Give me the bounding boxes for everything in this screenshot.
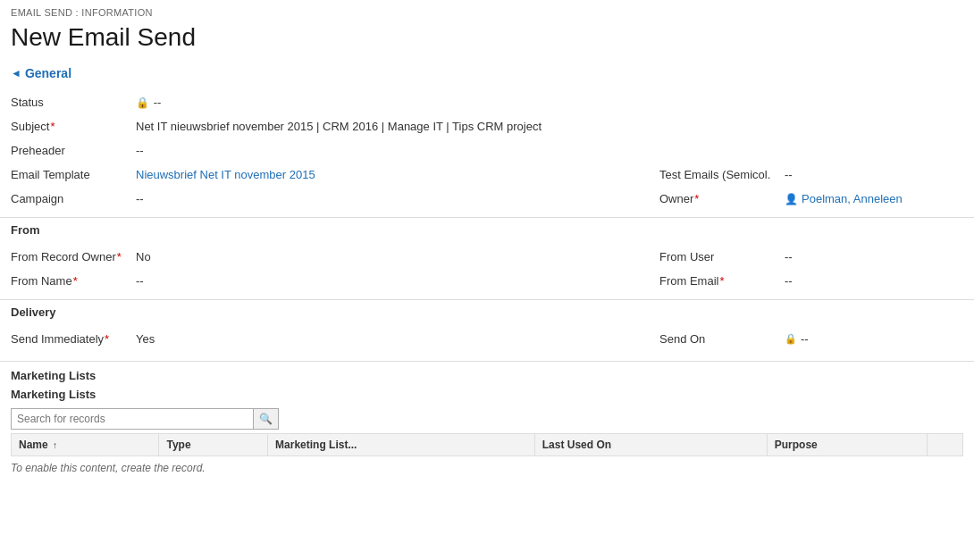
campaign-row: Campaign -- Owner* 👤 Poelman, Anneleen xyxy=(11,186,963,210)
test-emails-right: Test Emails (Semicol. -- xyxy=(659,166,963,181)
from-email-right: From Email* -- xyxy=(659,272,963,288)
lock-icon: 🔒 xyxy=(136,96,147,109)
general-section-header[interactable]: ◄ General xyxy=(0,61,974,86)
lock-icon-sendon: 🔒 xyxy=(785,333,797,345)
from-user-label: From User xyxy=(659,248,785,263)
search-input[interactable] xyxy=(12,409,253,429)
col-name[interactable]: Name ↑ xyxy=(12,434,159,456)
campaign-label: Campaign xyxy=(11,190,136,205)
test-emails-label: Test Emails (Semicol. xyxy=(659,166,785,181)
owner-value[interactable]: 👤 Poelman, Anneleen xyxy=(785,190,963,205)
status-value: 🔒 -- xyxy=(136,94,963,109)
col-type[interactable]: Type xyxy=(159,434,268,456)
status-label: Status xyxy=(11,94,136,109)
preheader-value: -- xyxy=(136,142,963,157)
footer-note: To enable this content, create the recor… xyxy=(0,456,974,480)
col-purpose[interactable]: Purpose xyxy=(767,434,927,456)
col-marketing-list[interactable]: Marketing List... xyxy=(268,434,535,456)
delivery-section-label: Delivery xyxy=(0,300,974,322)
marketing-lists-outer-label: Marketing Lists xyxy=(0,362,974,384)
campaign-value: -- xyxy=(136,190,659,205)
from-email-value: -- xyxy=(785,272,963,288)
send-immediately-label: Send Immediately* xyxy=(11,330,136,346)
status-row: Status 🔒 -- xyxy=(11,89,963,113)
sort-asc-icon: ↑ xyxy=(53,440,57,450)
marketing-lists-outer: Marketing Lists Marketing Lists 🔍 Name ↑… xyxy=(0,361,974,480)
search-box[interactable]: 🔍 xyxy=(11,408,279,430)
from-name-value: -- xyxy=(136,272,659,288)
breadcrumb: EMAIL SEND : INFORMATION xyxy=(0,0,974,20)
from-section-label: From xyxy=(0,218,974,240)
from-user-value: -- xyxy=(785,248,963,263)
subject-row: Subject* Net IT nieuwsbrief november 201… xyxy=(11,113,963,138)
col-last-used-on[interactable]: Last Used On xyxy=(534,434,767,456)
from-record-owner-row: From Record Owner* No From User -- xyxy=(11,244,963,268)
send-immediately-row: Send Immediately* Yes Send On 🔒 -- xyxy=(11,326,963,350)
general-section-label: General xyxy=(25,66,71,80)
email-template-label: Email Template xyxy=(11,166,136,181)
from-record-owner-value: No xyxy=(136,248,659,263)
email-template-row: Email Template Nieuwsbrief Net IT novemb… xyxy=(11,162,963,186)
from-user-right: From User -- xyxy=(659,248,963,263)
person-icon: 👤 xyxy=(785,193,798,205)
email-template-value[interactable]: Nieuwsbrief Net IT november 2015 xyxy=(136,166,659,181)
chevron-left-icon: ◄ xyxy=(11,67,21,79)
page-title: New Email Send xyxy=(0,20,974,61)
test-emails-value: -- xyxy=(785,166,963,181)
search-box-row: 🔍 xyxy=(0,405,974,433)
send-on-right: Send On 🔒 -- xyxy=(659,330,963,346)
send-on-value: 🔒 -- xyxy=(785,330,963,346)
from-form: From Record Owner* No From User -- From … xyxy=(0,240,974,296)
subject-value: Net IT nieuwsbrief november 2015 | CRM 2… xyxy=(136,118,963,133)
from-name-label: From Name* xyxy=(11,272,136,288)
col-actions xyxy=(928,434,963,456)
from-record-owner-label: From Record Owner* xyxy=(11,248,136,263)
from-section: From From Record Owner* No From User -- … xyxy=(0,217,974,296)
marketing-lists-table: Name ↑ Type Marketing List... Last Used … xyxy=(11,433,963,456)
search-button[interactable]: 🔍 xyxy=(253,409,278,429)
subject-label: Subject* xyxy=(11,118,136,133)
marketing-lists-table-container: Name ↑ Type Marketing List... Last Used … xyxy=(11,433,963,456)
preheader-row: Preheader -- xyxy=(11,138,963,162)
search-icon: 🔍 xyxy=(259,413,273,425)
send-immediately-value: Yes xyxy=(136,330,659,346)
delivery-form: Send Immediately* Yes Send On 🔒 -- xyxy=(0,322,974,354)
from-email-label: From Email* xyxy=(659,272,785,288)
from-name-row: From Name* -- From Email* -- xyxy=(11,268,963,292)
preheader-label: Preheader xyxy=(11,142,136,157)
owner-right: Owner* 👤 Poelman, Anneleen xyxy=(659,190,963,205)
owner-label: Owner* xyxy=(659,190,785,205)
delivery-section: Delivery Send Immediately* Yes Send On 🔒… xyxy=(0,299,974,354)
send-on-label: Send On xyxy=(659,330,785,346)
general-form: Status 🔒 -- Subject* Net IT nieuwsbrief … xyxy=(0,86,974,213)
marketing-lists-inner-label: Marketing Lists xyxy=(0,384,974,405)
